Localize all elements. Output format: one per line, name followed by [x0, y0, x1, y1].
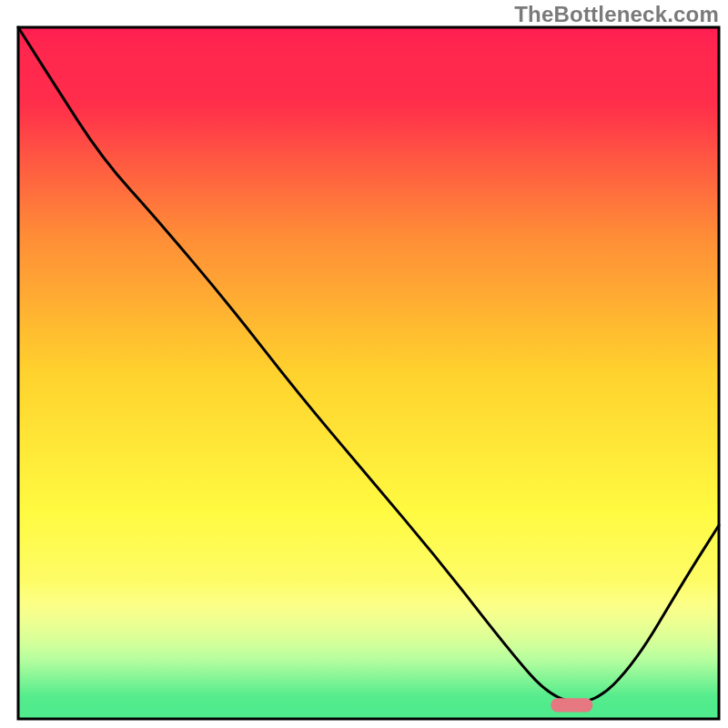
- chart-background: [18, 27, 719, 719]
- watermark-text: TheBottleneck.com: [514, 2, 719, 27]
- optimal-range-marker: [551, 698, 592, 712]
- bottleneck-chart: [0, 0, 728, 728]
- chart-frame: TheBottleneck.com: [0, 0, 728, 728]
